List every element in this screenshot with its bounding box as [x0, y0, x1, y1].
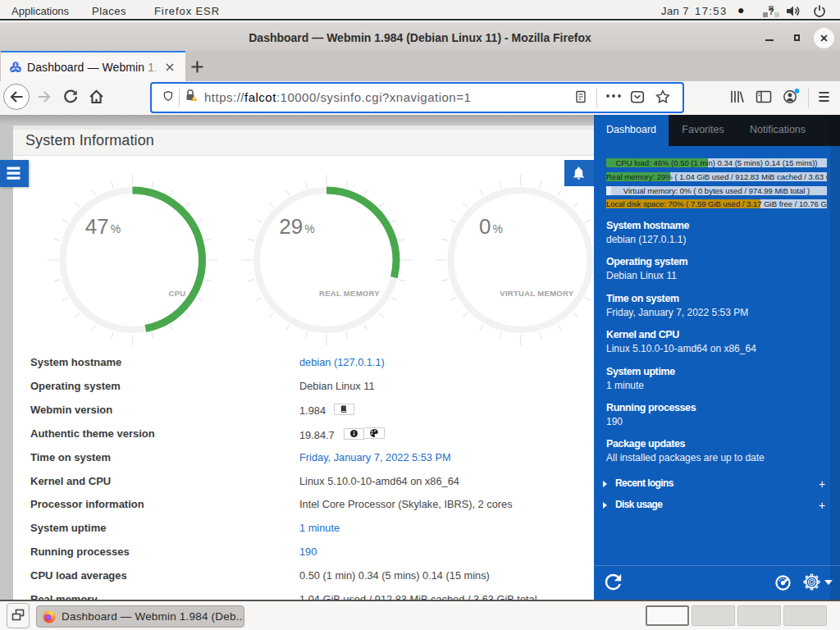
- svg-text:0%: 0%: [479, 214, 503, 239]
- svg-text:REAL MEMORY: REAL MEMORY: [319, 289, 380, 298]
- svg-text:29%: 29%: [279, 214, 314, 239]
- svg-text:VIRTUAL MEMORY: VIRTUAL MEMORY: [500, 289, 574, 298]
- svg-text:?: ?: [769, 7, 774, 16]
- svg-text:47%: 47%: [85, 214, 121, 239]
- svg-text:CPU: CPU: [169, 289, 186, 298]
